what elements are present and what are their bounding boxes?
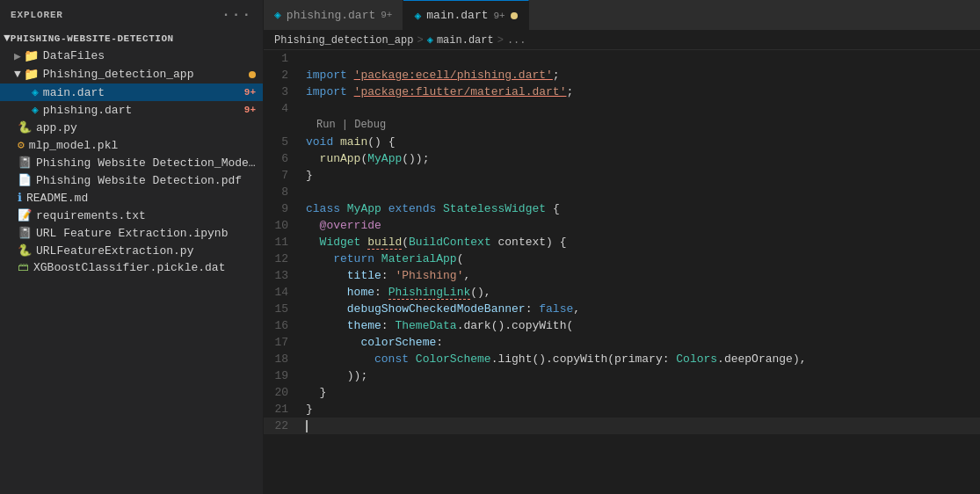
project-arrow: ▼: [4, 32, 11, 45]
sidebar-label-url-feature: URL Feature Extraction.ipynb: [36, 227, 256, 240]
line-content-15: debugShowCheckedModeBanner: false,: [302, 301, 980, 317]
line-content-9: class MyApp extends StatelessWidget {: [302, 200, 980, 217]
line-num-13: 13: [264, 267, 302, 284]
sidebar-label-xgboost: XGBoostClassifier.pickle.dat: [33, 261, 256, 274]
dart-icon-main: ◈: [32, 85, 39, 99]
code-editor[interactable]: 1 2 import 'package:ecell/phishing.dart'…: [264, 50, 980, 494]
sidebar-label-url-extraction-py: URLFeatureExtraction.py: [36, 244, 256, 258]
sidebar-item-url-feature[interactable]: 📓 URL Feature Extraction.ipynb: [0, 224, 263, 242]
folder-arrow-datafiles: ▶: [14, 49, 21, 63]
codelens-run-debug[interactable]: Run | Debug: [264, 117, 980, 134]
code-line-11: 11 Widget build(BuildContext context) {: [264, 234, 980, 251]
line-content-3: import 'package:flutter/material.dart';: [302, 84, 980, 100]
sidebar-tree: ▼ PHISHING-WEBSITE-DETECTION ▶ 📁 DataFil…: [0, 30, 263, 494]
code-line-7: 7 }: [264, 167, 980, 184]
dart-icon-phishing: ◈: [32, 103, 39, 117]
code-line-14: 14 home: PhishingLink(),: [264, 284, 980, 301]
line-content-11: Widget build(BuildContext context) {: [302, 234, 980, 251]
code-line-5: 5 void main() {: [264, 134, 980, 150]
sidebar-item-url-extraction-py[interactable]: 🐍 URLFeatureExtraction.py: [0, 242, 263, 259]
code-line-3: 3 import 'package:flutter/material.dart'…: [264, 84, 980, 100]
code-line-9: 9 class MyApp extends StatelessWidget {: [264, 200, 980, 217]
sidebar-item-main-dart[interactable]: ◈ main.dart 9+: [0, 84, 263, 101]
sidebar-label-requirements: requirements.txt: [36, 209, 256, 222]
line-num-3: 3: [264, 84, 302, 100]
line-content-2: import 'package:ecell/phishing.dart';: [302, 67, 980, 84]
code-line-17: 17 colorScheme:: [264, 334, 980, 351]
sidebar-label-main-dart: main.dart: [43, 86, 241, 99]
line-num-5: 5: [264, 134, 302, 150]
code-line-4: 4: [264, 100, 980, 117]
code-line-15: 15 debugShowCheckedModeBanner: false,: [264, 301, 980, 317]
sidebar-item-phishing-pdf[interactable]: 📄 Phishing Website Detection.pdf: [0, 171, 263, 189]
pickle-icon: 🗃: [18, 261, 29, 274]
code-line-16: 16 theme: ThemeData.dark().copyWith(: [264, 317, 980, 334]
sidebar-item-mlp-pkl[interactable]: ⚙ mlp_model.pkl: [0, 136, 263, 154]
line-num-2: 2: [264, 67, 302, 84]
sidebar-item-phishing-detection-app[interactable]: ▼ 📁 Phishing_detection_app: [0, 65, 263, 84]
py-icon-url: 🐍: [18, 243, 32, 258]
tab-phishing-dart[interactable]: ◈ phishing.dart 9+: [264, 0, 403, 30]
codelens-text[interactable]: Run | Debug: [316, 117, 386, 134]
line-content-17: colorScheme:: [302, 334, 980, 351]
tab-dart-icon-main: ◈: [414, 9, 421, 23]
code-line-22: 22: [264, 418, 980, 434]
line-content-18: const ColorScheme.light().copyWith(prima…: [302, 351, 980, 367]
code-line-19: 19 ));: [264, 367, 980, 384]
sidebar-item-datafiles[interactable]: ▶ 📁 DataFiles: [0, 47, 263, 65]
line-num-9: 9: [264, 200, 302, 217]
more-icon[interactable]: ···: [221, 7, 252, 23]
line-num-19: 19: [264, 367, 302, 384]
line-num-20: 20: [264, 384, 302, 401]
editor-area: ◈ phishing.dart 9+ ◈ main.dart 9+ Phishi…: [264, 0, 980, 494]
code-line-1: 1: [264, 50, 980, 67]
line-num-11: 11: [264, 234, 302, 251]
line-content-13: title: 'Phishing',: [302, 267, 980, 284]
pkl-icon: ⚙: [18, 138, 25, 152]
pdf-icon: 📄: [18, 173, 32, 187]
line-content-16: theme: ThemeData.dark().copyWith(: [302, 317, 980, 334]
line-num-6: 6: [264, 150, 302, 167]
line-content-6: runApp(MyApp());: [302, 150, 980, 167]
tab-main-dart[interactable]: ◈ main.dart 9+: [403, 0, 528, 30]
sidebar-item-app-py[interactable]: 🐍 app.py: [0, 119, 263, 136]
sidebar-label-phishing-app: Phishing_detection_app: [43, 68, 245, 81]
line-content-10: @override: [302, 217, 980, 234]
folder-icon-datafiles: 📁: [24, 48, 39, 63]
line-num-4: 4: [264, 100, 302, 117]
sidebar-item-xgboost[interactable]: 🗃 XGBoostClassifier.pickle.dat: [0, 259, 263, 276]
breadcrumb: Phishing_detection_app > ◈ main.dart > .…: [264, 31, 980, 50]
sidebar-header-icons[interactable]: ···: [221, 7, 252, 23]
project-name: PHISHING-WEBSITE-DETECTION: [11, 33, 174, 44]
line-content-12: return MaterialApp(: [302, 251, 980, 267]
code-line-10: 10 @override: [264, 217, 980, 234]
line-num-14: 14: [264, 284, 302, 301]
line-content-21: }: [302, 401, 980, 418]
sidebar-label-app-py: app.py: [36, 121, 256, 134]
sidebar-label-phishing-dart: phishing.dart: [43, 104, 241, 117]
tab-dot-main: [511, 12, 518, 19]
bc-part-1: Phishing_detection_app: [274, 34, 413, 47]
line-num-21: 21: [264, 401, 302, 418]
md-icon: ℹ: [18, 191, 22, 205]
ipynb-icon-url: 📓: [18, 226, 32, 240]
sidebar-item-readme[interactable]: ℹ README.md: [0, 189, 263, 207]
line-content-20: }: [302, 384, 980, 401]
txt-icon: 📝: [18, 208, 32, 222]
phishing-dart-badge: 9+: [244, 105, 256, 115]
line-num-22: 22: [264, 418, 302, 434]
line-num-12: 12: [264, 251, 302, 267]
line-num-10: 10: [264, 217, 302, 234]
line-content-5: void main() {: [302, 134, 980, 150]
bc-sep-1: >: [417, 34, 423, 47]
phishing-app-dot: [249, 71, 256, 78]
code-line-12: 12 return MaterialApp(: [264, 251, 980, 267]
sidebar-label-datafiles: DataFiles: [43, 49, 256, 62]
sidebar-item-phishing-models[interactable]: 📓 Phishing Website Detection_Models ...: [0, 154, 263, 171]
project-root[interactable]: ▼ PHISHING-WEBSITE-DETECTION: [0, 30, 263, 47]
tab-dart-icon-phishing: ◈: [274, 8, 281, 22]
sidebar-item-phishing-dart[interactable]: ◈ phishing.dart 9+: [0, 101, 263, 119]
tab-bar: ◈ phishing.dart 9+ ◈ main.dart 9+: [264, 0, 980, 31]
sidebar-item-requirements[interactable]: 📝 requirements.txt: [0, 207, 263, 224]
sidebar-label-readme: README.md: [26, 192, 256, 205]
